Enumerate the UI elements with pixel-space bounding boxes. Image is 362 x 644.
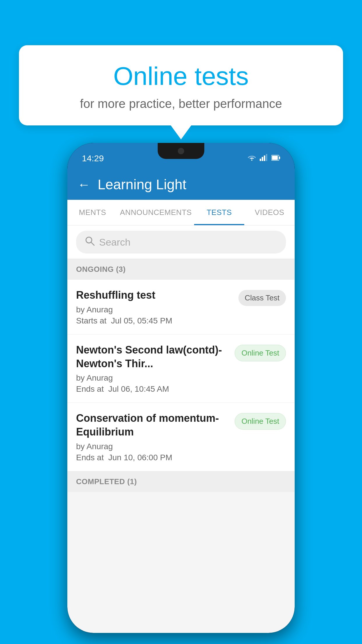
tab-ments[interactable]: MENTS — [67, 200, 118, 225]
svg-rect-3 — [264, 155, 265, 161]
wifi-icon — [247, 154, 256, 163]
test-time-newtons: Ends at Jul 06, 10:45 AM — [76, 384, 229, 394]
completed-section-title: COMPLETED (1) — [76, 477, 137, 486]
tab-announcements[interactable]: ANNOUNCEMENTS — [118, 200, 194, 225]
svg-rect-6 — [279, 157, 280, 159]
test-info-conservation: Conservation of momentum-Equilibrium by … — [76, 412, 229, 462]
svg-rect-1 — [260, 159, 261, 161]
battery-icon — [271, 154, 280, 163]
bubble-subtitle: for more practice, better performance — [36, 97, 326, 111]
test-item-reshuffling[interactable]: Reshuffling test by Anurag Starts at Jul… — [67, 280, 295, 335]
status-icons — [247, 154, 280, 163]
phone-notch — [158, 143, 204, 159]
svg-line-9 — [91, 242, 94, 245]
test-author-newtons: by Anurag — [76, 373, 229, 383]
search-icon — [85, 236, 95, 248]
svg-rect-4 — [266, 154, 267, 161]
test-list: Reshuffling test by Anurag Starts at Jul… — [67, 280, 295, 471]
test-name-conservation: Conservation of momentum-Equilibrium — [76, 412, 229, 439]
app-header: ← Learning Light — [67, 169, 295, 200]
app-title: Learning Light — [98, 176, 186, 192]
back-button[interactable]: ← — [78, 177, 90, 192]
test-badge-reshuffling: Class Test — [238, 290, 286, 306]
test-info-newtons: Newton's Second law(contd)-Newton's Thir… — [76, 343, 229, 394]
phone-mockup: 14:29 — [67, 143, 295, 633]
tabs-bar: MENTS ANNOUNCEMENTS TESTS VIDEOS — [67, 200, 295, 225]
test-time-conservation: Ends at Jun 10, 06:00 PM — [76, 453, 229, 462]
search-container: Search — [67, 225, 295, 259]
test-author-conservation: by Anurag — [76, 442, 229, 451]
phone-screen: ← Learning Light MENTS ANNOUNCEMENTS TES… — [67, 169, 295, 633]
phone-frame: 14:29 — [67, 143, 295, 633]
signal-icon — [260, 154, 268, 163]
tab-videos[interactable]: VIDEOS — [244, 200, 295, 225]
search-placeholder: Search — [99, 237, 131, 248]
svg-rect-2 — [262, 157, 263, 161]
test-item-newtons[interactable]: Newton's Second law(contd)-Newton's Thir… — [67, 335, 295, 403]
search-box[interactable]: Search — [76, 231, 286, 253]
test-name-reshuffling: Reshuffling test — [76, 288, 233, 302]
ongoing-section-title: ONGOING (3) — [76, 265, 126, 274]
ongoing-section-header: ONGOING (3) — [67, 259, 295, 280]
test-badge-newtons: Online Test — [235, 345, 286, 361]
front-camera — [178, 148, 184, 154]
test-badge-conservation: Online Test — [235, 413, 286, 430]
test-author-reshuffling: by Anurag — [76, 305, 233, 314]
test-name-newtons: Newton's Second law(contd)-Newton's Thir… — [76, 343, 229, 371]
bubble-title: Online tests — [36, 61, 326, 91]
completed-section-header: COMPLETED (1) — [67, 471, 295, 492]
status-time: 14:29 — [82, 153, 104, 163]
test-item-conservation[interactable]: Conservation of momentum-Equilibrium by … — [67, 403, 295, 471]
svg-point-0 — [251, 160, 252, 161]
promo-bubble: Online tests for more practice, better p… — [19, 45, 343, 125]
test-info-reshuffling: Reshuffling test by Anurag Starts at Jul… — [76, 288, 233, 326]
svg-rect-7 — [272, 156, 278, 160]
test-time-reshuffling: Starts at Jul 05, 05:45 PM — [76, 316, 233, 326]
tab-tests[interactable]: TESTS — [194, 200, 245, 225]
